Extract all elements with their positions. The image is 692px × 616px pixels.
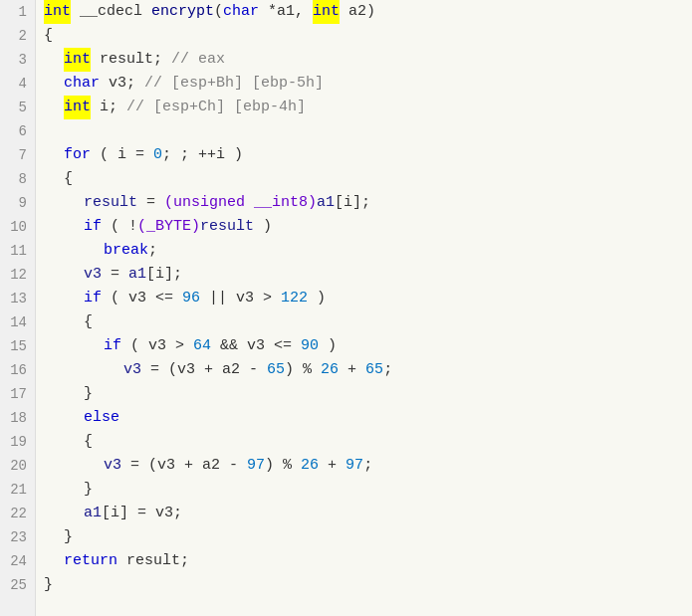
line20-semi: ;	[363, 454, 372, 478]
line22-rest: [i] = v3;	[102, 502, 182, 525]
code-line-10: if ( !(_BYTE)result )	[44, 215, 684, 239]
code-content: int __cdecl encrypt(char *a1, int a2) { …	[36, 0, 692, 616]
code-line-23: }	[44, 525, 684, 549]
line-num-5: 5	[8, 96, 27, 119]
line13-or: || v3 >	[200, 287, 281, 310]
code-line-3: int result; // eax	[44, 48, 684, 72]
num-122: 122	[281, 287, 308, 310]
line-numbers: 1 2 3 4 5 6 7 8 9 10 11 12 13 14 15 16 1…	[0, 0, 36, 616]
keyword-if-1: if	[84, 215, 102, 239]
code-line-6	[44, 119, 684, 143]
keyword-char-2: char	[64, 72, 100, 96]
code-line-18: else	[44, 406, 684, 430]
var-result-2: result	[200, 215, 254, 239]
line-num-16: 16	[8, 358, 27, 382]
cast-unsigned: (unsigned __int8)	[164, 191, 317, 215]
line11-semi: ;	[148, 239, 157, 263]
num-64: 64	[193, 334, 211, 358]
func-name: encrypt	[151, 0, 214, 24]
line19-brace: {	[84, 430, 93, 454]
keyword-int-2: int	[313, 0, 340, 24]
line15-paren: )	[319, 334, 337, 358]
line3-comment: // eax	[171, 48, 225, 72]
line1-rest: __cdecl	[71, 0, 151, 24]
keyword-char: char	[223, 0, 259, 24]
var-result-1: result	[84, 191, 137, 215]
line-num-23: 23	[8, 525, 27, 549]
line16-plus: +	[339, 358, 365, 382]
var-a1-2: a1	[128, 263, 146, 287]
code-line-24: return result;	[44, 549, 684, 573]
line13-paren: )	[308, 287, 326, 310]
line-num-19: 19	[8, 430, 27, 454]
line-num-2: 2	[8, 24, 27, 48]
line-num-9: 9	[8, 191, 27, 215]
var-v3-3: v3	[104, 454, 121, 478]
code-line-15: if ( v3 > 64 && v3 <= 90 )	[44, 334, 684, 358]
var-a1-1: a1	[317, 191, 335, 215]
line15-and: && v3 <=	[211, 334, 301, 358]
num-96: 96	[182, 287, 200, 310]
line-num-15: 15	[8, 334, 27, 358]
var-v3-2: v3	[123, 358, 141, 382]
line-num-1: 1	[8, 0, 27, 24]
code-line-22: a1[i] = v3;	[44, 502, 684, 525]
keyword-int-3: int	[64, 48, 91, 72]
num-0-1: 0	[153, 143, 162, 167]
line-num-6: 6	[8, 119, 27, 143]
code-container: 1 2 3 4 5 6 7 8 9 10 11 12 13 14 15 16 1…	[0, 0, 692, 616]
line13-rest: ( v3 <=	[102, 287, 182, 310]
line4-var: v3;	[100, 72, 144, 96]
line24-rest: result;	[117, 549, 189, 573]
line15-rest: ( v3 >	[121, 334, 193, 358]
line-num-8: 8	[8, 167, 27, 191]
line-num-14: 14	[8, 310, 27, 334]
var-v3-1: v3	[84, 263, 102, 287]
code-line-14: {	[44, 310, 684, 334]
line-num-21: 21	[8, 478, 27, 502]
line20-mod: ) %	[265, 454, 301, 478]
num-65-2: 65	[365, 358, 383, 382]
code-line-19: {	[44, 430, 684, 454]
num-97-2: 97	[346, 454, 363, 478]
keyword-for: for	[64, 143, 91, 167]
line16-semi: ;	[383, 358, 392, 382]
line10-rest: ( !	[102, 215, 137, 239]
keyword-int-1: int	[44, 0, 71, 24]
line12-eq: =	[102, 263, 128, 287]
line10-paren: )	[254, 215, 272, 239]
line9-eq: =	[137, 191, 164, 215]
line17-brace: }	[84, 382, 93, 406]
line20-plus: +	[319, 454, 346, 478]
line2-brace: {	[44, 24, 53, 48]
code-line-20: v3 = (v3 + a2 - 97) % 26 + 97;	[44, 454, 684, 478]
num-65-1: 65	[267, 358, 285, 382]
line21-brace: }	[84, 478, 93, 502]
line1-a1: *a1,	[259, 0, 313, 24]
line-num-18: 18	[8, 406, 27, 430]
line6-empty	[44, 119, 53, 143]
num-26-1: 26	[321, 358, 339, 382]
code-line-12: v3 = a1[i];	[44, 263, 684, 287]
code-line-17: }	[44, 382, 684, 406]
code-line-5: int i; // [esp+Ch] [ebp-4h]	[44, 96, 684, 119]
line-num-4: 4	[8, 72, 27, 96]
code-line-9: result = (unsigned __int8)a1[i];	[44, 191, 684, 215]
line3-var: result;	[91, 48, 171, 72]
line9-bracket: [i];	[335, 191, 370, 215]
code-line-7: for ( i = 0; ; ++i )	[44, 143, 684, 167]
line7-semi: ; ; ++i )	[162, 143, 243, 167]
line1-a2: a2)	[340, 0, 375, 24]
line20-eq: = (v3 + a2 -	[121, 454, 247, 478]
line16-mod: ) %	[285, 358, 321, 382]
line4-comment: // [esp+Bh] [ebp-5h]	[144, 72, 324, 96]
line-num-7: 7	[8, 143, 27, 167]
line8-brace: {	[64, 167, 73, 191]
line-num-24: 24	[8, 549, 27, 573]
num-97-1: 97	[247, 454, 265, 478]
keyword-return: return	[64, 549, 117, 573]
line5-comment: // [esp+Ch] [ebp-4h]	[126, 96, 306, 119]
code-line-25: }	[44, 573, 684, 597]
line-num-20: 20	[8, 454, 27, 478]
code-line-11: break;	[44, 239, 684, 263]
